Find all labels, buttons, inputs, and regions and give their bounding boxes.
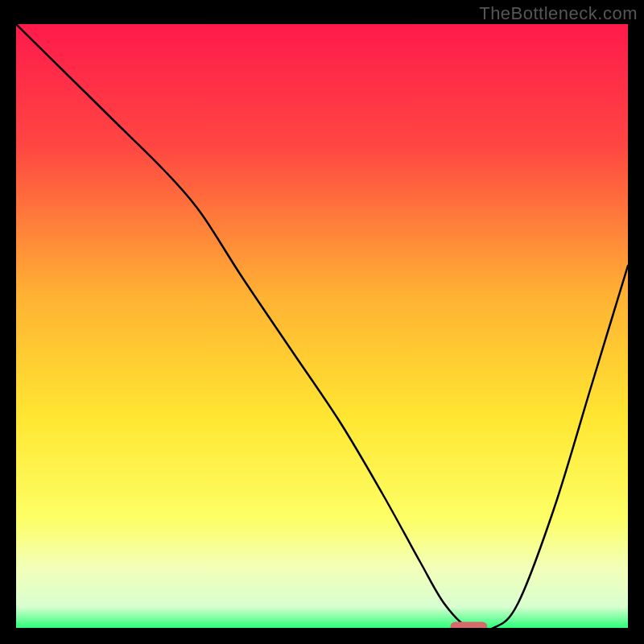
chart-svg [16,24,628,628]
chart-frame: TheBottleneck.com [0,0,644,644]
highlight-pill [451,621,488,628]
plot-area [16,24,628,628]
watermark-text: TheBottleneck.com [479,3,638,24]
